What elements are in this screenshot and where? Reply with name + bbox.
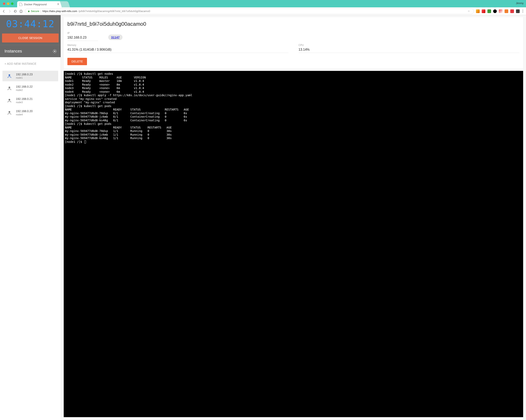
extension-icon-6[interactable] [505, 10, 508, 13]
home-icon[interactable] [19, 10, 23, 13]
person-icon [7, 98, 12, 103]
svg-point-5 [9, 111, 10, 113]
extension-icon-3[interactable] [487, 10, 491, 13]
extension-icon-5[interactable] [499, 10, 503, 13]
instance-item-node3[interactable]: 192.168.0.21node3 [2, 95, 58, 106]
extension-icons [476, 10, 524, 13]
svg-point-1 [54, 51, 55, 52]
instance-ip: 192.168.0.23 [16, 73, 33, 76]
window-traffic-lights [3, 2, 13, 5]
terminal[interactable]: [node1 /]$ kubectl get nodes NAME STATUS… [64, 71, 523, 417]
cpu-label: CPU [299, 44, 519, 47]
instance-name: node1 [16, 76, 33, 79]
instance-ip: 192.168.0.22 [16, 85, 33, 88]
lock-icon [28, 10, 30, 12]
ip-value: 192.168.0.23 [67, 36, 98, 41]
close-session-button[interactable]: CLOSE SESSION [2, 33, 59, 42]
gear-icon[interactable] [52, 49, 57, 53]
svg-point-2 [9, 74, 10, 76]
instance-item-node1[interactable]: 192.168.0.23node1 [2, 71, 58, 81]
browser-titlebar: Docker Playground Jimmy [0, 0, 526, 7]
extension-icon-4[interactable] [493, 10, 497, 13]
extension-icon-8[interactable] [516, 10, 520, 13]
node-details-card: b9i7nrtd_b9i7oi5duh0g00acamo0 IP 192.168… [64, 17, 523, 69]
url-host: https://labs.play-with-k8s.com [42, 10, 77, 13]
add-instance-button[interactable]: + ADD NEW INSTANCE [0, 57, 61, 70]
instance-ip: 192.168.0.21 [16, 97, 33, 101]
window-zoom-dot[interactable] [11, 2, 13, 5]
url-path: /p/b9i7nrtduh0g00acamng#b9i7nrtd_b9i7oi5… [78, 10, 150, 13]
address-bar[interactable]: Secure | https://labs.play-with-k8s.com/… [25, 8, 474, 14]
browser-menu-icon[interactable] [522, 10, 524, 13]
browser-profile-name[interactable]: Jimmy [516, 2, 524, 5]
browser-toolbar: Secure | https://labs.play-with-k8s.com/… [0, 7, 526, 15]
forward-icon[interactable] [8, 10, 11, 13]
extension-icon-1[interactable] [476, 10, 480, 13]
back-icon[interactable] [2, 10, 6, 13]
svg-point-3 [9, 87, 10, 88]
extension-icon-7[interactable] [510, 10, 514, 13]
instance-list: 192.168.0.23node1192.168.0.22node2192.16… [0, 70, 61, 119]
extension-icon-2[interactable] [482, 10, 485, 13]
instance-name: node2 [16, 89, 33, 92]
delete-button[interactable]: DELETE [67, 58, 87, 65]
port-badge[interactable]: 31147 [108, 34, 122, 40]
secure-badge: Secure [28, 10, 39, 13]
browser-tab[interactable]: Docker Playground [17, 1, 62, 7]
instance-item-node2[interactable]: 192.168.0.22node2 [2, 83, 58, 93]
inactive-tab-hint [60, 1, 70, 7]
secure-label: Secure [31, 10, 39, 13]
svg-point-4 [9, 99, 10, 101]
file-icon [19, 3, 22, 6]
instance-ip: 192.168.0.20 [16, 110, 33, 113]
node-title: b9i7nrtd_b9i7oi5duh0g00acamo0 [67, 21, 519, 27]
timer-block: 03:44:12 CLOSE SESSION [0, 15, 61, 45]
ip-label: IP [67, 32, 98, 34]
window-minimize-dot[interactable] [7, 2, 9, 5]
instance-name: node4 [16, 113, 33, 116]
cpu-value: 13.14% [299, 48, 519, 53]
instances-label: Instances [4, 49, 22, 53]
sidebar: 03:44:12 CLOSE SESSION Instances + ADD N… [0, 15, 61, 420]
memory-label: Memory [67, 44, 288, 47]
window-close-dot[interactable] [3, 2, 5, 5]
reload-icon[interactable] [13, 10, 17, 13]
person-icon [7, 73, 12, 78]
app-root: 03:44:12 CLOSE SESSION Instances + ADD N… [0, 15, 526, 420]
instances-header: Instances [0, 45, 61, 57]
person-icon [7, 86, 12, 91]
terminal-cursor [84, 141, 86, 143]
main-content: b9i7nrtd_b9i7oi5duh0g00acamo0 IP 192.168… [61, 15, 526, 420]
person-icon [7, 110, 12, 115]
session-timer: 03:44:12 [0, 15, 61, 31]
instance-item-node4[interactable]: 192.168.0.20node4 [2, 107, 58, 118]
instance-name: node3 [16, 101, 33, 104]
svg-rect-0 [28, 11, 30, 12]
bookmark-star-icon[interactable]: ☆ [468, 10, 470, 13]
close-tab-icon[interactable] [57, 3, 60, 6]
tab-title: Docker Playground [24, 3, 47, 6]
memory-value: 41.31% (1.614GiB / 3.906GiB) [67, 48, 288, 53]
